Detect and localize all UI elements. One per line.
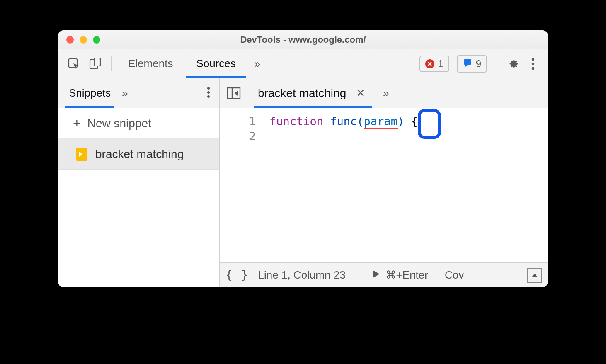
sidebar-tabs: Snippets » bbox=[58, 78, 219, 108]
svg-point-6 bbox=[532, 67, 534, 69]
close-tab-icon[interactable]: ✕ bbox=[354, 87, 368, 99]
svg-rect-10 bbox=[228, 88, 240, 99]
more-tabs-icon[interactable]: » bbox=[249, 57, 266, 70]
run-snippet-button[interactable]: ⌘+Enter bbox=[371, 269, 428, 281]
sidebar-more-options-icon[interactable] bbox=[207, 87, 219, 100]
sidebar-empty-area bbox=[58, 170, 219, 287]
editor-tab-active[interactable]: bracket matching ✕ bbox=[254, 79, 372, 108]
token-open-paren: ( bbox=[357, 115, 364, 128]
run-hint: ⌘+Enter bbox=[385, 269, 428, 281]
svg-rect-2 bbox=[95, 58, 100, 66]
line-gutter: 1 2 bbox=[220, 108, 261, 262]
pretty-print-icon[interactable]: { } bbox=[225, 268, 249, 282]
errors-badge[interactable]: 1 bbox=[419, 56, 449, 72]
code-editor[interactable]: 1 2 function func(param) { bbox=[220, 108, 548, 262]
callout-highlight bbox=[418, 109, 441, 139]
token-brace: { bbox=[411, 115, 417, 128]
expand-drawer-icon[interactable] bbox=[527, 268, 542, 283]
svg-point-7 bbox=[207, 87, 210, 90]
coverage-label[interactable]: Cov bbox=[445, 269, 464, 281]
token-close-paren: ) bbox=[398, 115, 404, 128]
plus-icon: + bbox=[73, 116, 81, 131]
toolbar-divider-2 bbox=[498, 56, 498, 71]
traffic-lights bbox=[58, 36, 100, 44]
devtools-window: DevTools - www.google.com/ Elements Sour… bbox=[58, 30, 548, 287]
snippet-item[interactable]: bracket matching bbox=[58, 139, 219, 170]
navigator-sidebar: Snippets » + New snippet bracket matchin… bbox=[58, 78, 220, 287]
svg-point-4 bbox=[532, 58, 534, 60]
token-keyword: function bbox=[269, 115, 323, 128]
inspect-element-icon[interactable] bbox=[65, 55, 83, 73]
more-options-icon[interactable] bbox=[525, 58, 541, 70]
svg-point-5 bbox=[532, 62, 534, 65]
svg-rect-3 bbox=[464, 59, 471, 65]
issues-icon bbox=[463, 58, 473, 70]
minimize-window-button[interactable] bbox=[80, 36, 87, 44]
svg-point-9 bbox=[207, 95, 210, 98]
cursor-position: Line 1, Column 23 bbox=[258, 269, 346, 281]
close-window-button[interactable] bbox=[66, 36, 74, 44]
errors-count: 1 bbox=[438, 58, 443, 70]
code-line-1: function func(param) { bbox=[269, 114, 418, 129]
tab-elements[interactable]: Elements bbox=[118, 50, 183, 78]
new-snippet-label: New snippet bbox=[87, 117, 151, 130]
toolbar-divider bbox=[111, 56, 112, 71]
device-toolbar-icon[interactable] bbox=[86, 55, 104, 73]
new-snippet-button[interactable]: + New snippet bbox=[58, 108, 219, 139]
error-icon bbox=[425, 59, 434, 68]
editor-status-bar: { } Line 1, Column 23 ⌘+Enter Cov bbox=[220, 262, 548, 287]
snippet-name: bracket matching bbox=[95, 148, 184, 161]
token-fn-name: func bbox=[330, 115, 357, 128]
maximize-window-button[interactable] bbox=[93, 36, 100, 44]
editor-area: bracket matching ✕ » 1 2 function func(p… bbox=[220, 78, 548, 287]
editor-more-tabs-icon[interactable]: » bbox=[372, 87, 400, 100]
token-param: param bbox=[364, 115, 398, 129]
tab-snippets[interactable]: Snippets bbox=[65, 79, 114, 108]
editor-tab-label: bracket matching bbox=[258, 87, 346, 100]
svg-point-8 bbox=[207, 91, 210, 94]
issues-badge[interactable]: 9 bbox=[457, 55, 487, 73]
line-number: 2 bbox=[220, 129, 256, 144]
settings-icon[interactable] bbox=[505, 57, 521, 70]
main-toolbar: Elements Sources » 1 9 bbox=[58, 49, 548, 78]
play-icon bbox=[371, 269, 381, 281]
line-number: 1 bbox=[220, 114, 256, 129]
tab-sources[interactable]: Sources bbox=[186, 50, 245, 78]
snippet-file-icon bbox=[76, 148, 87, 161]
title-bar: DevTools - www.google.com/ bbox=[58, 30, 548, 49]
window-title: DevTools - www.google.com/ bbox=[58, 34, 548, 45]
main-split: Snippets » + New snippet bracket matchin… bbox=[58, 78, 548, 287]
code-content[interactable]: function func(param) { bbox=[261, 108, 418, 262]
issues-count: 9 bbox=[476, 58, 481, 70]
editor-tabs: bracket matching ✕ » bbox=[220, 78, 548, 108]
sidebar-more-tabs-icon[interactable]: » bbox=[114, 87, 136, 100]
toggle-navigator-icon[interactable] bbox=[225, 85, 242, 102]
